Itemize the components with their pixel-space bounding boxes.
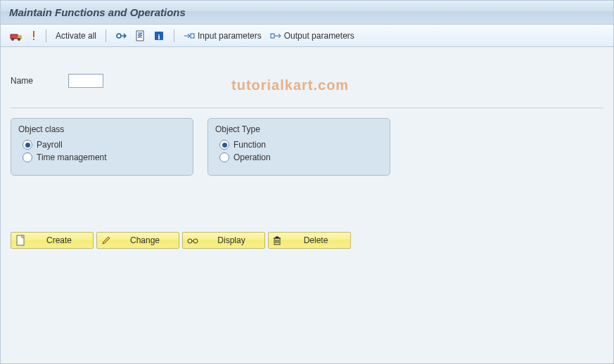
glasses-icon xyxy=(187,235,198,245)
svg-point-13 xyxy=(188,239,192,243)
name-label: Name xyxy=(11,76,33,86)
group-area: Object class Payroll Time management Obj… xyxy=(11,118,608,176)
svg-rect-10 xyxy=(191,34,194,38)
object-type-opt-function[interactable]: Function xyxy=(219,140,383,150)
object-type-opt-operation[interactable]: Operation xyxy=(219,152,383,162)
display-label: Display xyxy=(203,235,260,245)
toolbar-sep xyxy=(105,30,106,42)
activate-all-button[interactable]: Activate all xyxy=(52,28,100,44)
execute-icon-button[interactable] xyxy=(112,28,130,44)
create-button[interactable]: Create xyxy=(11,232,94,249)
info-icon-button[interactable]: i xyxy=(150,28,168,44)
svg-rect-4 xyxy=(33,31,34,37)
header-bar: Maintain Functions and Operations xyxy=(1,1,613,25)
delete-button[interactable]: Delete xyxy=(268,232,351,249)
name-input[interactable] xyxy=(68,74,103,88)
toolbar: Activate all i Input parameters Outpu xyxy=(1,25,613,47)
warning-icon-button[interactable] xyxy=(27,28,40,44)
name-row: Name xyxy=(11,74,608,88)
svg-point-6 xyxy=(117,34,121,38)
object-class-title: Object class xyxy=(18,124,186,134)
document-icon-button[interactable] xyxy=(132,28,148,44)
svg-rect-0 xyxy=(11,34,18,39)
output-params-label: Output parameters xyxy=(284,31,354,41)
output-params-button[interactable]: Output parameters xyxy=(267,28,358,44)
object-class-opt-time-management[interactable]: Time management xyxy=(23,152,186,162)
radio-icon xyxy=(219,140,229,150)
object-class-opt-payroll[interactable]: Payroll xyxy=(23,140,186,150)
change-button[interactable]: Change xyxy=(96,232,179,249)
page-title: Maintain Functions and Operations xyxy=(9,6,186,18)
object-type-title: Object Type xyxy=(215,124,383,134)
svg-point-2 xyxy=(11,38,14,41)
svg-rect-11 xyxy=(271,34,274,38)
radio-label: Operation xyxy=(234,152,271,162)
change-label: Change xyxy=(115,235,174,245)
svg-text:i: i xyxy=(158,32,160,40)
button-row: Create Change Display Delete xyxy=(11,232,608,249)
radio-icon xyxy=(23,152,32,162)
object-type-group: Object Type Function Operation xyxy=(207,118,390,176)
radio-label: Time management xyxy=(37,152,107,162)
trash-icon xyxy=(273,235,281,245)
transport-icon-button[interactable] xyxy=(6,28,26,44)
divider xyxy=(11,108,603,108)
radio-icon xyxy=(23,140,32,150)
display-button[interactable]: Display xyxy=(182,232,265,249)
radio-icon xyxy=(219,152,229,162)
svg-point-14 xyxy=(193,239,198,243)
toolbar-sep xyxy=(174,30,174,42)
document-new-icon xyxy=(15,235,25,246)
radio-label: Function xyxy=(234,140,266,150)
svg-point-3 xyxy=(18,38,20,41)
svg-rect-12 xyxy=(17,235,24,245)
toolbar-sep xyxy=(46,30,46,42)
pencil-icon xyxy=(101,235,111,245)
radio-label: Payroll xyxy=(37,140,63,150)
input-params-button[interactable]: Input parameters xyxy=(180,28,265,44)
svg-rect-5 xyxy=(33,39,34,40)
object-class-group: Object class Payroll Time management xyxy=(11,118,193,176)
activate-all-label: Activate all xyxy=(56,31,96,41)
content-area: tutorialkart.com Name Object class Payro… xyxy=(1,47,613,363)
delete-label: Delete xyxy=(286,235,346,245)
input-params-label: Input parameters xyxy=(198,31,262,41)
create-label: Create xyxy=(30,235,89,245)
